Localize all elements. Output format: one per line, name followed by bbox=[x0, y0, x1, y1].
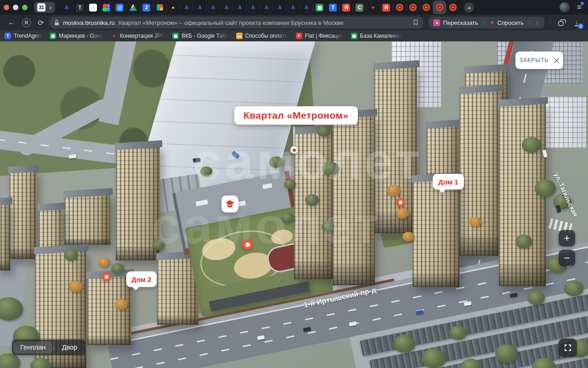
blue-peak-tab[interactable]: Λ bbox=[273, 0, 286, 14]
project-label[interactable]: Квартал «Метроном» bbox=[234, 106, 358, 125]
house1-marker[interactable] bbox=[396, 198, 405, 207]
bookmark-item[interactable]: TTrendAgent bbox=[5, 33, 42, 39]
red-ring-icon bbox=[396, 4, 403, 11]
tab-strip: 31 ∨ ΛТ⌂@2●ΛΛΛΛΛΛΛΛΛΛ▦ТЯС♥Я + ≡ bbox=[0, 0, 588, 15]
window-minimize-button[interactable] bbox=[13, 5, 18, 10]
refresh-button[interactable]: ⟳ bbox=[35, 17, 47, 29]
tab-genplan[interactable]: Генплан bbox=[14, 341, 52, 353]
zoom-out-button[interactable]: − bbox=[559, 250, 575, 266]
view-switcher: Генплан | Двор bbox=[12, 339, 85, 355]
green-c-tab[interactable]: С bbox=[353, 0, 366, 14]
bookmarks-bar: TTrendAgent▦Маринцев - Goog♥Конвертация … bbox=[0, 30, 588, 41]
tree-icon bbox=[393, 335, 415, 353]
genplan-3d-viewer[interactable]: самолет самолет 1-й Иртышский пр-д ул. Т… bbox=[0, 41, 588, 368]
calendar-2-tab[interactable]: 2 bbox=[140, 0, 153, 14]
blue-peak-tab[interactable]: Λ bbox=[300, 0, 313, 14]
blue-peak-tab[interactable]: Λ bbox=[60, 0, 73, 14]
yandex-home-button[interactable]: Я bbox=[20, 17, 32, 29]
bookmark-favicon: ▦ bbox=[172, 33, 179, 39]
render-white-building bbox=[540, 97, 586, 148]
red-ring-icon bbox=[409, 4, 417, 11]
yellow-dot-tab[interactable]: ● bbox=[166, 0, 180, 14]
chevron-down-icon[interactable]: ∨ bbox=[49, 5, 52, 10]
courtyard-marker[interactable] bbox=[242, 239, 253, 250]
color-grid-tab[interactable] bbox=[153, 0, 166, 14]
google-drive-tab[interactable] bbox=[126, 0, 140, 14]
bookmark-item[interactable]: ▦Маринцев - Goog bbox=[50, 33, 103, 39]
more-options-icon[interactable]: ⋮ bbox=[533, 19, 542, 26]
tree-icon bbox=[98, 258, 110, 267]
pinned-tab-calendar[interactable]: 31 ∨ bbox=[34, 2, 55, 13]
green-house-tab[interactable]: ⌂ bbox=[86, 0, 100, 14]
close-button[interactable]: ЗАКРЫТЬ bbox=[515, 52, 563, 69]
blue-peak-tab[interactable]: Λ bbox=[180, 0, 193, 14]
tab-dvor[interactable]: Двор bbox=[56, 341, 84, 353]
window-zoom-button[interactable] bbox=[22, 5, 28, 10]
bookmark-label: Маринцев - Goog bbox=[59, 33, 103, 39]
back-button[interactable]: ← bbox=[6, 17, 17, 29]
bookmark-item[interactable]: ▬Способы оплаты bbox=[236, 33, 288, 39]
red-ring-icon bbox=[449, 4, 457, 11]
render-tower bbox=[9, 169, 37, 259]
project-pin[interactable] bbox=[290, 146, 298, 154]
bookmark-flag-icon[interactable] bbox=[413, 19, 418, 26]
zoom-in-button[interactable]: + bbox=[559, 230, 575, 247]
red-ring-tab[interactable] bbox=[393, 0, 406, 14]
dark-t-tab[interactable]: Т bbox=[73, 0, 86, 14]
window-close-button[interactable] bbox=[4, 5, 9, 10]
house2-label[interactable]: Дом 2 bbox=[126, 271, 157, 287]
blue-peak-tab[interactable]: Λ bbox=[286, 0, 300, 14]
retell-icon: « bbox=[433, 19, 440, 26]
bookmark-item[interactable]: ♥Конвертация JPG bbox=[111, 33, 165, 39]
tree-icon bbox=[115, 299, 128, 310]
url-text: moskva.brusnika.ru bbox=[63, 19, 115, 26]
bookmark-favicon: ▦ bbox=[351, 33, 357, 39]
blue-peak-tab[interactable]: Λ bbox=[206, 0, 220, 14]
red-ring-tab[interactable] bbox=[433, 0, 446, 14]
blue-peak-icon: Λ bbox=[236, 4, 243, 12]
mail-at-tab[interactable]: @ bbox=[113, 0, 126, 14]
address-bar[interactable]: moskva.brusnika.ru Квартал «Метроном» – … bbox=[50, 17, 423, 29]
downloads-button[interactable]: ↓ 2 bbox=[571, 17, 582, 29]
tree-icon bbox=[535, 179, 556, 197]
blue-t-tab[interactable]: Т bbox=[326, 0, 339, 14]
bookmark-favicon: ▦ bbox=[50, 33, 56, 39]
house2-marker[interactable] bbox=[102, 272, 111, 281]
blue-peak-tab[interactable]: Λ bbox=[220, 0, 233, 14]
browser-menu-icon[interactable]: ≡ bbox=[577, 3, 582, 12]
avito-dots-tab[interactable] bbox=[100, 0, 113, 14]
blue-peak-icon: Λ bbox=[182, 4, 190, 12]
tree-icon bbox=[422, 349, 446, 368]
red-ring-tab[interactable] bbox=[446, 0, 459, 14]
red-ring-tab[interactable] bbox=[406, 0, 419, 14]
close-icon bbox=[554, 58, 560, 63]
calendar-2-icon: 2 bbox=[142, 4, 150, 12]
google-sheets-tab[interactable]: ▦ bbox=[313, 0, 326, 14]
green-house-icon: ⌂ bbox=[89, 4, 97, 12]
fullscreen-button[interactable] bbox=[559, 339, 577, 357]
retell-button[interactable]: «Пересказать bbox=[431, 19, 480, 26]
red-heart-icon: ♥ bbox=[369, 4, 377, 12]
red-heart-tab[interactable]: ♥ bbox=[366, 0, 379, 14]
bookmark-item[interactable]: ▦ВКБ - Google Табл bbox=[172, 33, 228, 39]
blue-peak-tab[interactable]: Λ bbox=[233, 0, 246, 14]
bookmark-item[interactable]: FFlat | Фиксация bbox=[296, 33, 344, 39]
page-title: Квартал «Метроном» – официальный сайт пр… bbox=[119, 19, 410, 26]
blue-peak-tab[interactable]: Λ bbox=[260, 0, 273, 14]
blue-peak-tab[interactable]: Λ bbox=[193, 0, 206, 14]
collections-button[interactable] bbox=[556, 17, 568, 29]
bookmark-label: TrendAgent bbox=[14, 33, 42, 39]
school-badge[interactable] bbox=[221, 196, 238, 213]
fullscreen-icon bbox=[564, 344, 571, 351]
bookmark-label: Flat | Фиксация bbox=[305, 33, 344, 39]
bookmark-item[interactable]: ▦База Камалеева bbox=[351, 33, 402, 39]
ask-button[interactable]: ✦Спросить bbox=[488, 19, 526, 26]
yandex-red-tab[interactable]: Я bbox=[379, 0, 393, 14]
yandex-red-tab[interactable]: Я bbox=[339, 0, 353, 14]
house1-label[interactable]: Дом 1 bbox=[433, 174, 464, 190]
blue-peak-tab[interactable]: Λ bbox=[246, 0, 260, 14]
red-ring-tab[interactable] bbox=[419, 0, 433, 14]
profile-avatar[interactable] bbox=[560, 2, 570, 12]
google-drive-icon bbox=[129, 4, 137, 12]
new-tab-button[interactable]: + bbox=[464, 2, 474, 12]
